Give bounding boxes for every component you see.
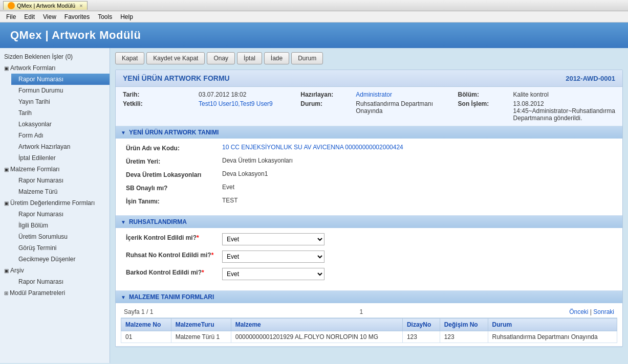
sidebar-item-lokasyonlar[interactable]: Lokasyonlar <box>11 119 110 130</box>
section-malzeme-header[interactable]: ▼ MALZEME TANIM FORMLARI <box>116 291 622 303</box>
sidebar-malzeme-children: Rapor Numarası Malzeme Türü <box>0 175 110 197</box>
sidebar-item-tarih[interactable]: Tarih <box>11 107 110 119</box>
section-ruhsat: ▼ RUHSATLANDIRMA İçerik Kontrol Edildi m… <box>116 216 622 291</box>
expand-arsiv-icon: ▣ <box>4 268 9 274</box>
section-ruhsat-title: RUHSATLANDIRMA <box>129 218 187 225</box>
sidebar-item-gorus-termini[interactable]: Görüş Termini <box>11 242 110 254</box>
sidebar-item-gecikmeye-dusenler[interactable]: Gecikmeye Düşenler <box>11 254 110 265</box>
section-malzeme-tanim: ▼ MALZEME TANIM FORMLARI Sayfa 1 / 1 1 Ö… <box>116 291 622 347</box>
durum-button[interactable]: Durum <box>291 52 323 64</box>
durum-value: Ruhsatlandırma Departmanı Onayında <box>356 100 453 122</box>
urun-adi-value[interactable]: 10 CC ENJEKSİYONLUK SU AV AVICENNA 00000… <box>222 144 403 151</box>
th-dizayno: DizayNo <box>402 318 440 331</box>
form-container: YENİ ÜRÜN ARTWORK FORMU 2012-AWD-0001 Ta… <box>115 70 623 347</box>
section-malzeme-title: MALZEME TANIM FORMLARI <box>129 293 214 301</box>
field-isin-tanimi: İşin Tanımı: TEST <box>126 197 612 205</box>
app-header: QMex | Artwork Modülü <box>0 22 628 48</box>
expand-uretim-icon: ▣ <box>4 200 9 206</box>
sidebar-item-rapor-numarasi-1[interactable]: Rapor Numarası <box>11 74 110 85</box>
sidebar-group-modul-label: Modül Parametreleri <box>10 289 65 297</box>
page-nav: Önceki | Sonraki <box>569 308 614 315</box>
sidebar: Sizden Beklenen İşler (0) ▣ Artwork Form… <box>0 48 110 363</box>
sidebar-item-iptal-edilenler[interactable]: İptal Edilenler <box>11 152 110 164</box>
menu-view[interactable]: View <box>39 12 60 21</box>
field-ruhsat-no-kontrol: Ruhsat No Kontrol Edildi mi? Evet Hayır <box>126 251 612 263</box>
tarih-value: 03.07.2012 18:02 <box>199 91 296 98</box>
icerik-kontrol-select[interactable]: Evet Hayır <box>222 233 324 245</box>
sidebar-group-malzeme[interactable]: ▣ Malzeme Formları <box>0 164 110 175</box>
field-barkod-kontrol: Barkod Kontrol Edildi mi? Evet Hayır <box>126 268 612 280</box>
sidebar-item-form-adi[interactable]: Form Adı <box>11 130 110 141</box>
next-button[interactable]: Sonraki <box>593 308 614 315</box>
sidebar-item-artwork-hazirlayan[interactable]: Artwork Hazırlayan <box>11 141 110 152</box>
sidebar-group-beklenen[interactable]: Sizden Beklenen İşler (0) <box>0 51 110 62</box>
ruhsat-no-select[interactable]: Evet Hayır <box>222 251 324 263</box>
menu-favorites[interactable]: Favorites <box>60 12 94 21</box>
section-tanim: ▼ YENİ ÜRÜN ARTWORK TANIMI Ürün Adı ve K… <box>116 126 622 216</box>
field-sb-onayli: SB Onaylı mı? Evet <box>126 184 612 192</box>
sidebar-item-formun-durumu[interactable]: Formun Durumu <box>11 85 110 96</box>
durum-label: Durum: <box>300 100 352 122</box>
section-ruhsat-header[interactable]: ▼ RUHSATLANDIRMA <box>116 216 622 228</box>
bolum-label: Bölüm: <box>458 91 509 98</box>
hazirlayan-label: Hazırlayan: <box>300 91 352 98</box>
sidebar-group-artwork[interactable]: ▣ Artwork Formları <box>0 62 110 74</box>
prev-button[interactable]: Önceki <box>569 308 588 315</box>
td-durum: Ruhsatlandırma Departmanı Onayında <box>488 331 617 343</box>
field-urun-adi: Ürün Adı ve Kodu: 10 CC ENJEKSİYONLUK SU… <box>126 144 612 152</box>
menu-edit[interactable]: Edit <box>20 12 39 21</box>
page-info: Sayfa 1 / 1 <box>124 308 153 315</box>
hazirlayan-value[interactable]: Administrator <box>356 91 453 98</box>
urun-adi-label: Ürün Adı ve Kodu: <box>126 144 218 152</box>
iade-button[interactable]: İade <box>264 52 289 64</box>
sidebar-group-artwork-label: Artwork Formları <box>10 64 56 72</box>
app-title: QMex | Artwork Modülü <box>10 29 141 41</box>
barkod-kontrol-select[interactable]: Evet Hayır <box>222 268 324 280</box>
sidebar-group-arsiv-label: Arşiv <box>10 267 24 274</box>
menu-help[interactable]: Help <box>116 12 137 21</box>
toolbar: Kapat Kaydet ve Kapat Onay İptal İade Du… <box>115 52 623 64</box>
tarih-label: Tarih: <box>123 91 194 98</box>
sidebar-item-uretim-sorumlusu[interactable]: Üretim Sorumlusu <box>11 231 110 242</box>
menu-tools[interactable]: Tools <box>94 12 116 21</box>
page-number: 1 <box>359 308 363 315</box>
iptal-button[interactable]: İptal <box>237 52 262 64</box>
section-tanim-header[interactable]: ▼ YENİ ÜRÜN ARTWORK TANIMI <box>116 126 622 139</box>
isin-tanimi-value: TEST <box>222 197 238 204</box>
td-degisim-no: 123 <box>440 331 488 343</box>
isin-tanimi-label: İşin Tanımı: <box>126 197 218 205</box>
ruhsat-no-label: Ruhsat No Kontrol Edildi mi? <box>126 251 218 259</box>
sidebar-item-rapor-numarasi-4[interactable]: Rapor Numarası <box>11 276 110 287</box>
kapat-button[interactable]: Kapat <box>115 52 144 64</box>
kaydet-ve-kapat-button[interactable]: Kaydet ve Kapat <box>146 52 205 64</box>
sidebar-item-ilgili-bolum[interactable]: İlgili Bölüm <box>11 220 110 231</box>
table-section: Sayfa 1 / 1 1 Önceki | Sonraki Malzeme N… <box>116 303 622 346</box>
main-layout: Sizden Beklenen İşler (0) ▣ Artwork Form… <box>0 48 628 363</box>
sidebar-item-malzeme-turu[interactable]: Malzeme Türü <box>11 186 110 197</box>
section-ruhsat-body: İçerik Kontrol Edildi mi? Evet Hayır Ruh… <box>116 228 622 290</box>
td-malzeme[interactable]: 00000000001201929 AL.FOLYO NORLOPIN 10 M… <box>231 331 402 343</box>
form-meta: Tarih: 03.07.2012 18:02 Hazırlayan: Admi… <box>116 87 622 126</box>
sidebar-item-rapor-numarasi-3[interactable]: Rapor Numarası <box>11 209 110 220</box>
td-malzeme-turu[interactable]: Malzeme Türü 1 <box>171 331 231 343</box>
sidebar-group-arsiv[interactable]: ▣ Arşiv <box>0 265 110 276</box>
yetkili-value[interactable]: Test10 User10,Test9 User9 <box>199 100 296 122</box>
menu-file[interactable]: File <box>2 12 20 21</box>
son-islem-value: 13.08.2012 14:45~Administrator~Ruhsatlan… <box>513 100 615 122</box>
sidebar-item-yayin-tarihi[interactable]: Yayın Tarihi <box>11 96 110 107</box>
tab-close-button[interactable]: × <box>79 3 82 9</box>
onay-button[interactable]: Onay <box>207 52 235 64</box>
sb-onayli-label: SB Onaylı mı? <box>126 184 218 192</box>
sidebar-group-modul[interactable]: ⊞ Modül Parametreleri <box>0 287 110 299</box>
sidebar-group-uretim[interactable]: ▣ Üretim Değerlendirme Formları <box>0 197 110 209</box>
pagination-bar: Sayfa 1 / 1 1 Önceki | Sonraki <box>121 306 617 318</box>
section-tanim-title: YENİ ÜRÜN ARTWORK TANIMI <box>129 129 219 136</box>
tab-title: QMex | Artwork Modülü <box>17 3 75 9</box>
sidebar-item-rapor-numarasi-2[interactable]: Rapor Numarası <box>11 175 110 186</box>
bolum-value: Kalite kontrol <box>513 91 615 98</box>
son-islem-label: Son İşlem: <box>458 100 509 122</box>
td-dizayno: 123 <box>402 331 440 343</box>
browser-tab[interactable]: QMex | Artwork Modülü × <box>3 1 88 10</box>
content-area: Kapat Kaydet ve Kapat Onay İptal İade Du… <box>110 48 628 363</box>
tab-favicon <box>8 2 15 9</box>
